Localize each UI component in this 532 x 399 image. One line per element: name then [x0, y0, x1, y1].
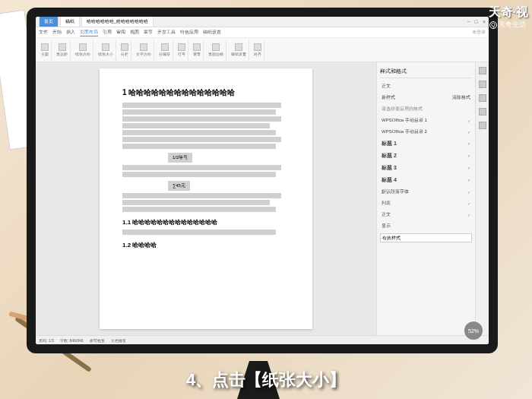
vtool-icon[interactable] [479, 108, 486, 116]
ribbon-paper-size[interactable]: 纸张大小 [96, 40, 116, 61]
doc-tab-1[interactable]: 稿纸 [60, 17, 80, 27]
close-icon[interactable]: × [483, 19, 486, 24]
panel-title: 样式和格式 [380, 65, 472, 78]
word-count[interactable]: 字数: 846/846 [60, 338, 84, 343]
vtool-icon[interactable] [479, 67, 486, 74]
vtool-icon[interactable] [479, 81, 486, 88]
paragraph-line[interactable] [122, 103, 281, 108]
ribbon-column[interactable]: 分栏 [119, 40, 131, 61]
ribbon: 主题 页边距 纸张方向 纸张大小 分栏 文字方向 分隔符 行号 背景 页面边框 … [36, 38, 489, 62]
vertical-toolbar [475, 62, 489, 335]
document-page[interactable]: 1 哈哈哈哈哈哈哈哈哈哈哈哈哈哈 1/2等号 ∑45元 1.1 哈哈哈哈哈哈 [100, 68, 312, 329]
paragraph-line[interactable] [122, 137, 281, 142]
check-icon: ✓ [467, 178, 470, 182]
menu-chapter[interactable]: 章节 [144, 29, 153, 36]
clear-format-button[interactable]: 清除格式 [452, 94, 470, 101]
doc-tab-2[interactable]: 哈哈哈哈哈哈_哈哈哈哈哈哈哈 [81, 17, 154, 27]
ribbon-break[interactable]: 分隔符 [157, 40, 173, 61]
monitor-frame: 首页 稿纸 哈哈哈哈哈哈_哈哈哈哈哈哈哈 − □ × 文件 开始 插入 页面布局… [27, 8, 498, 353]
ribbon-border[interactable]: 页面边框 [206, 40, 226, 61]
bg-icon [193, 43, 201, 51]
paragraph-line[interactable] [122, 230, 276, 235]
vtool-icon[interactable] [479, 122, 486, 129]
style-heading2[interactable]: 标题 2✓ [380, 150, 472, 162]
check-icon: ✓ [467, 213, 470, 217]
textdir-icon [140, 43, 147, 51]
minimize-icon[interactable]: − [467, 19, 470, 24]
heading-1[interactable]: 1 哈哈哈哈哈哈哈哈哈哈哈哈哈哈 [122, 87, 290, 98]
ribbon-align[interactable]: 对齐 [252, 40, 264, 61]
ribbon-linenum[interactable]: 行号 [176, 40, 188, 61]
menu-draft[interactable]: 稿纸设置 [203, 29, 221, 36]
paragraph-line[interactable] [122, 109, 276, 115]
style-item[interactable]: WPSOffice 手动目录 2✓ [380, 126, 472, 138]
menu-ref[interactable]: 引用 [103, 29, 112, 36]
titlebar: 首页 稿纸 哈哈哈哈哈哈_哈哈哈哈哈哈哈 − □ × [36, 17, 489, 27]
theme-icon [41, 43, 49, 51]
style-default-font[interactable]: 默认段落字体✓ [380, 186, 472, 198]
spell-check[interactable]: 拼写检查 [90, 338, 105, 343]
style-list[interactable]: 列表✓ [380, 198, 472, 209]
check-icon: ✓ [467, 201, 470, 206]
instruction-caption: 4、点击【纸张大小】 [0, 369, 532, 391]
login-status[interactable]: 未登录 [472, 29, 486, 36]
paper-size-icon [102, 43, 109, 51]
style-actions: 新样式 清除格式 [380, 92, 472, 103]
border-icon [212, 43, 220, 51]
paragraph-line[interactable] [122, 200, 270, 205]
check-icon: ✓ [467, 119, 470, 123]
watermark-sub: Q 天奇生活 [489, 20, 526, 30]
paragraph-line[interactable] [122, 172, 276, 177]
style-heading1[interactable]: 标题 1✓ [380, 138, 472, 150]
menu-bar: 文件 开始 插入 页面布局 引用 审阅 视图 章节 开发工具 特色应用 稿纸设置… [36, 27, 489, 38]
menu-pagelayout[interactable]: 页面布局 [80, 29, 98, 36]
ribbon-papersrc[interactable]: 稿纸设置 [229, 40, 249, 61]
margin-icon [59, 43, 66, 51]
ribbon-orient[interactable]: 纸张方向 [73, 40, 93, 61]
style-item[interactable]: WPSOffice 手动目录 1✓ [380, 115, 472, 126]
menu-file[interactable]: 文件 [39, 29, 48, 36]
maximize-icon[interactable]: □ [475, 19, 478, 24]
menu-start[interactable]: 开始 [52, 29, 62, 36]
paragraph-line[interactable] [122, 116, 281, 122]
check-icon: ✓ [467, 130, 470, 135]
formula-1[interactable]: 1/2等号 [168, 153, 192, 163]
heading-1-1[interactable]: 1.1 哈哈哈哈哈哈哈哈哈哈哈哈哈哈 [122, 218, 290, 226]
page-indicator[interactable]: 页码: 1/3 [39, 338, 54, 343]
new-style-button[interactable]: 新样式 [382, 94, 395, 101]
ribbon-textdir[interactable]: 文字方向 [134, 40, 154, 61]
vtool-icon[interactable] [479, 94, 486, 102]
break-icon [161, 43, 169, 51]
style-heading4[interactable]: 标题 4✓ [380, 174, 472, 186]
doc-fix[interactable]: 文档修复 [111, 338, 126, 343]
check-icon: ✓ [467, 190, 470, 195]
style-normal[interactable]: 正文✓ [380, 209, 472, 220]
menu-view[interactable]: 视图 [130, 29, 139, 36]
watermark-main: 天奇·视 [489, 5, 528, 21]
ribbon-theme[interactable]: 主题 [39, 40, 52, 61]
paragraph-line[interactable] [122, 144, 276, 149]
style-heading3[interactable]: 标题 3✓ [380, 162, 472, 174]
menu-insert[interactable]: 插入 [66, 29, 75, 36]
zoom-indicator[interactable]: 52% [464, 321, 483, 340]
paragraph-line[interactable] [122, 123, 270, 128]
app-window: 首页 稿纸 哈哈哈哈哈哈_哈哈哈哈哈哈哈 − □ × 文件 开始 插入 页面布局… [36, 17, 489, 344]
document-area[interactable]: 1 哈哈哈哈哈哈哈哈哈哈哈哈哈哈 1/2等号 ∑45元 1.1 哈哈哈哈哈哈 [36, 62, 376, 335]
show-label: 显示 [380, 220, 472, 232]
status-bar: 页码: 1/3 字数: 846/846 拼写检查 文档修复 [36, 335, 489, 344]
formula-2[interactable]: ∑45元 [168, 181, 190, 191]
home-tab[interactable]: 首页 [39, 17, 59, 27]
check-icon: ✓ [467, 166, 470, 170]
paragraph-line[interactable] [122, 207, 276, 212]
paragraph-line[interactable] [122, 130, 276, 135]
menu-review[interactable]: 审阅 [116, 29, 125, 36]
ribbon-bg[interactable]: 背景 [191, 40, 204, 61]
menu-special[interactable]: 特色应用 [180, 29, 198, 36]
ribbon-margin[interactable]: 页边距 [54, 40, 71, 61]
menu-dev[interactable]: 开发工具 [157, 29, 176, 36]
heading-1-2[interactable]: 1.2 哈哈哈哈 [122, 241, 290, 249]
paragraph-line[interactable] [122, 165, 281, 170]
show-filter-select[interactable] [380, 233, 472, 242]
paragraph-line[interactable] [122, 193, 281, 198]
orient-icon [79, 43, 87, 51]
